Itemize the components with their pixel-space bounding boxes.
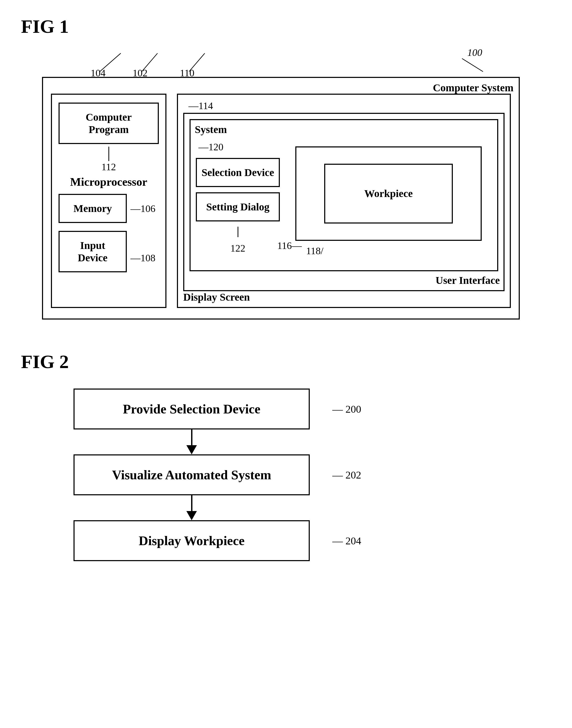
microprocessor-label: Microprocessor bbox=[59, 175, 159, 189]
flow-box-200: Provide Selection Device — 200 bbox=[73, 389, 310, 429]
selection-device-label: Selection Device bbox=[202, 167, 274, 178]
svg-text:110: 110 bbox=[180, 67, 195, 77]
display-screen-box: Display Screen —114 User Interface Syste… bbox=[177, 94, 511, 308]
arrow-head-1 bbox=[187, 445, 197, 455]
computer-program-label: Computer Program bbox=[65, 111, 152, 136]
fig2-label: FIG 2 bbox=[21, 351, 551, 373]
connector-sd bbox=[237, 227, 238, 237]
fig2-section: FIG 2 Provide Selection Device — 200 Vis… bbox=[21, 351, 551, 561]
workpiece-label: Workpiece bbox=[364, 187, 413, 199]
svg-text:104: 104 bbox=[90, 67, 105, 77]
computer-system-label: Computer System bbox=[433, 82, 513, 94]
selection-device-box: Selection Device bbox=[196, 158, 280, 187]
system-inner: —120 Selection Device Setting Dialog bbox=[196, 141, 492, 267]
workpiece-inner-box: Workpiece bbox=[324, 164, 453, 224]
fig1-section: FIG 1 104 102 110 100 Computer System bbox=[21, 16, 551, 320]
flow-label-200: Provide Selection Device bbox=[123, 402, 261, 416]
flow-step-202: Visualize Automated System — 202 bbox=[73, 455, 310, 495]
flow-box-204: Display Workpiece — 204 bbox=[73, 520, 310, 561]
svg-text:102: 102 bbox=[133, 67, 148, 77]
svg-text:100: 100 bbox=[467, 47, 482, 58]
microprocessor-box: Computer Program 112 Microprocessor Memo… bbox=[51, 94, 166, 308]
flow-label-204: Display Workpiece bbox=[139, 533, 244, 548]
svg-line-6 bbox=[462, 59, 483, 72]
user-interface-box: User Interface System bbox=[183, 113, 505, 291]
ref-122: 122 bbox=[196, 242, 280, 254]
arrow-shaft-2 bbox=[191, 495, 193, 511]
flow-step-200: Provide Selection Device — 200 bbox=[73, 389, 310, 429]
flow-ref-204: — 204 bbox=[332, 535, 361, 547]
display-screen-label: Display Screen bbox=[183, 291, 250, 303]
computer-program-box: Computer Program bbox=[59, 102, 159, 144]
system-label: System bbox=[195, 123, 227, 136]
flow-ref-202: — 202 bbox=[332, 469, 361, 481]
flow-arrow-2 bbox=[73, 495, 310, 520]
system-box: System —120 bbox=[190, 119, 498, 271]
ref-116: 116— bbox=[277, 240, 302, 251]
workpiece-area: 116— 118/ Workpiece bbox=[285, 141, 492, 267]
arrow-shaft-1 bbox=[191, 429, 193, 445]
memory-label: Memory bbox=[73, 203, 112, 214]
memory-box: Memory bbox=[59, 194, 127, 223]
flow-arrow-1 bbox=[73, 429, 310, 455]
flowchart: Provide Selection Device — 200 Visualize… bbox=[21, 389, 551, 561]
ref-118: 118/ bbox=[306, 245, 324, 257]
system-left-col: —120 Selection Device Setting Dialog bbox=[196, 141, 280, 267]
connector-cp-micro bbox=[109, 147, 109, 161]
flow-ref-200: — 200 bbox=[332, 403, 361, 415]
ref-114: —114 bbox=[189, 100, 505, 111]
ref-106: —106 bbox=[131, 203, 155, 214]
setting-dialog-label: Setting Dialog bbox=[206, 201, 269, 213]
fig1-diagram: 104 102 110 100 Computer System Comp bbox=[21, 37, 551, 320]
workpiece-outer-box: Workpiece bbox=[295, 146, 482, 241]
flow-label-202: Visualize Automated System bbox=[112, 468, 271, 482]
computer-system-box: Computer System Computer Program 112 bbox=[42, 77, 520, 320]
ref-120: —120 bbox=[199, 141, 280, 153]
input-device-box: Input Device bbox=[59, 231, 127, 272]
arrow-head-2 bbox=[187, 511, 197, 520]
setting-dialog-box: Setting Dialog bbox=[196, 192, 280, 222]
ui-label: User Interface bbox=[435, 274, 500, 287]
cs-inner: Computer Program 112 Microprocessor Memo… bbox=[51, 94, 511, 308]
fig1-label: FIG 1 bbox=[21, 16, 69, 37]
input-device-label: Input Device bbox=[78, 240, 108, 264]
flow-box-202: Visualize Automated System — 202 bbox=[73, 455, 310, 495]
flow-step-204: Display Workpiece — 204 bbox=[73, 520, 310, 561]
ref-112: 112 bbox=[59, 161, 159, 173]
ref-lines-top: 104 102 110 100 bbox=[42, 37, 541, 77]
ref-108: —108 bbox=[131, 252, 155, 263]
